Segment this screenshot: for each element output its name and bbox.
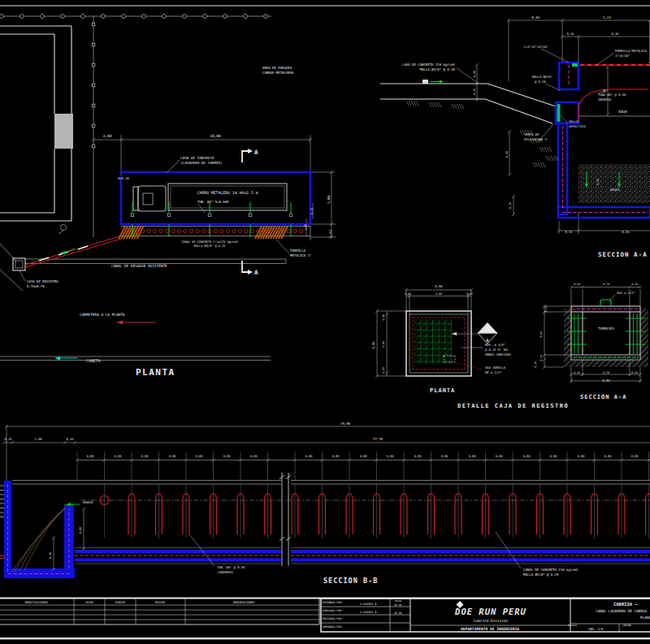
dim-saa-0-40t: 0,40 [531,15,540,19]
rev-col-1: MODIFICACIONES [25,601,49,604]
dim-bb-0-60-row-14: 0,60 [496,455,503,458]
tb-aprobado: APROBADO POR: [323,625,343,629]
section-mark-a-top: A [254,149,258,156]
planta-title: PLANTA [136,367,176,378]
dim-bb-0-60-row-19: 0,60 [631,455,639,458]
canal-bb-1: CANAL DE CONCRETO 210 kg/cm2 [523,568,578,572]
caja-section-walls [571,306,640,360]
dim-plan-0-15: 0,15 [310,208,314,214]
truck-cab [138,186,166,211]
section-cut-a [242,151,248,272]
bb-break-lines [280,473,291,566]
grava-label: GRAVA [610,188,620,192]
parrilla-plan-2: METALICA 1" [290,253,312,257]
dim-cajas-0-10t2: 0,10 [631,283,638,286]
tb-disenado-val: A.CHAVEZ R. [360,603,378,606]
dim-bb-0-60-row-17: 0,60 [578,455,585,458]
detalle-caja-plan [375,288,497,378]
cuneta: CUNETA [86,359,100,363]
company-division: Cobriza División [474,619,509,623]
asa-varilla-2: DE ø 1/2" [485,370,502,374]
dim-plan-1-45: 1,45 [328,230,332,238]
ref-mesh-2: @ 0.15 M. EN [485,348,508,352]
canal-concreto-plan-2: MALLA Ø3/8" @ 0.25 [194,244,226,248]
canal-desague: CANAL DE DESAGUE EXISTENTE [111,264,167,268]
parrilla-sec-1: PARRILLA METALICA [615,49,648,53]
dim-bb-0-60-row-15: 0,60 [523,455,531,458]
dim-caja-0-90l: 0,90 [371,341,375,349]
tub-ingreso-2: INGRESO [598,97,612,102]
section-mark-a-bot: A [254,269,258,276]
bb-generated [0,452,650,538]
bb-ground-lines [12,481,650,485]
sello-asfaltico-strip [557,104,561,122]
carretera: CARRETERA A LA PLANTA [80,313,125,317]
dim-bb-0-60-row-16: 0,60 [550,455,557,458]
area-parqueo-line1: AREA DE PARQUEO [262,66,292,70]
ref-mesh-3: AMBOS SENTIDOS [485,352,512,357]
caja-section-dims [543,286,642,383]
company-name: DOE RUN PERU [454,607,526,616]
page-border [0,6,650,639]
tb-dibujado: DIBUJADO POR: [323,609,343,612]
tuberia-roja [25,236,121,267]
tb-escala-lbl: ESCALA [568,624,577,627]
bb-pit [4,481,75,578]
dim-bb-0-60-row-2: 0,60 [141,455,149,458]
ref-mesh-1: REF. ø 3/8" [485,343,505,347]
sello-1: SELLO [569,119,578,123]
tub-plan: TUB. Ø3" S=0.005 [197,200,229,204]
dim-saa-0-15b: 0,15 [565,230,572,234]
tub-bb-2: (INGRESO) [217,570,234,574]
dim-caja-0-05t2: 0,05 [466,292,473,296]
annotations-layer: AREA DE PARQUEOCARROS METALEROS3,0018,00… [4,15,650,631]
dim-cajas-0-10lc: 0,10 [534,361,537,368]
angle-label: L=2"x2"x3/16" [524,45,548,49]
canal-existente [25,259,286,264]
building-column [54,114,73,149]
dim-saa-0-15a: 0,15 [473,89,476,95]
dim-bb-0-60-row-13: 0,60 [469,455,476,458]
dim-plan-18-00: 18,00 [210,134,221,138]
bb-canal-floor [75,548,650,564]
rebar-mesh [414,319,452,364]
tb-disenado: DISEÑADO POR: [323,601,343,604]
dim-bb-0-30v: 0,30 [49,552,52,559]
dim-caja-0-80t: 0,80 [436,292,442,296]
tb-desc-2: PLANO [640,616,650,620]
dim-saa-0-40l: 0,40 [505,151,509,158]
tb-fecha-2: 02.04 [394,612,402,615]
rev-col-3: DIBUJO [115,601,125,604]
cut-marker-a-top: A [486,327,488,332]
dim-saa-0-15t: 0,15 [566,32,574,36]
department: DEPARTAMENTO DE INGENIERIA [461,627,519,631]
parrilla-plan-1: PARRILLA [290,249,306,253]
dim-bb-0-60-row-18: 0,60 [604,455,612,458]
dim-bb-0-60-row-3: 0,60 [169,455,176,458]
dim-cajas-0-90b: 0,90 [602,378,610,383]
caja-rebar [567,313,645,357]
dim-caja-0-90t: 0,90 [435,284,443,288]
dim-saa-0-15l: 0,15 [509,202,512,209]
tarrajeo-label: TARRAJEO [598,326,614,331]
dim-bb-0-60-row-11: 0,60 [414,455,422,458]
dim-cajas-0-70t: 0,70 [603,283,609,286]
dim-cajas-0-70b: 0,70 [603,371,609,374]
slab-lines [380,84,556,123]
dim-bb-19-00: 19,00 [340,421,351,426]
dim-bb-0-60-row-6: 0,60 [250,455,258,458]
tb-dibujado-val: A.CHAVEZ R. [360,611,378,614]
plan-generated [0,14,303,239]
detalle-caja-title: DETALLE CAJA DE REGISTRO [457,403,569,409]
caja-plan-label-2: 0.70x0.70 [27,284,45,288]
angle-seat [572,63,578,67]
dim-caja-0-05l2: 0,05 [382,367,385,374]
seccion-aa-title: SECCION A-A [598,251,648,258]
losa-lavadero [121,172,310,224]
agua-label: AGUA [618,110,627,114]
bb-flow-curves [11,508,65,573]
altura-losa: H=0.30 [118,176,129,180]
dim-cajas-0-10la: 0,10 [544,306,548,313]
truck-trailer [168,184,287,210]
detalle-caja-seccion [543,286,648,383]
